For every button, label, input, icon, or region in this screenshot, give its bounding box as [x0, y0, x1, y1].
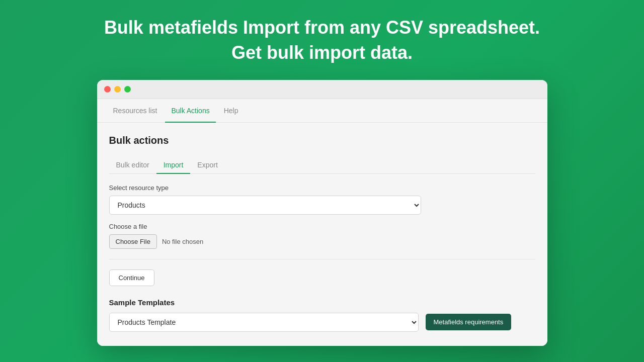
content-area: Bulk actions Bulk editor Import Export S… [97, 123, 547, 346]
hero-title: Bulk metafields Import from any CSV spre… [104, 15, 540, 66]
section-title: Bulk actions [109, 135, 535, 146]
metafields-requirements-button[interactable]: Metafields requirements [426, 314, 512, 330]
choose-file-button[interactable]: Choose File [109, 234, 157, 249]
templates-row: Products Template Collections Template C… [109, 313, 535, 332]
nav-tabs: Resources list Bulk Actions Help [97, 99, 547, 123]
sub-tabs: Bulk editor Import Export [109, 156, 535, 174]
window-titlebar [97, 80, 547, 99]
no-file-text: No file chosen [162, 238, 203, 245]
sample-templates-title: Sample Templates [109, 298, 535, 307]
resource-type-select[interactable]: Products Collections Customers Orders [109, 196, 421, 215]
resource-type-section: Select resource type Products Collection… [109, 184, 535, 215]
sub-tab-import[interactable]: Import [156, 157, 191, 174]
continue-button[interactable]: Continue [109, 269, 154, 286]
close-dot[interactable] [104, 86, 111, 93]
sub-tab-export[interactable]: Export [190, 157, 224, 174]
app-window: Resources list Bulk Actions Help Bulk ac… [97, 80, 547, 346]
nav-tab-resources-list[interactable]: Resources list [107, 100, 164, 123]
sample-templates-section: Sample Templates Products Template Colle… [109, 298, 535, 332]
resource-type-label: Select resource type [109, 184, 535, 192]
file-input-row: Choose File No file chosen [109, 234, 535, 249]
file-label: Choose a file [109, 223, 535, 230]
templates-select[interactable]: Products Template Collections Template C… [109, 313, 419, 332]
minimize-dot[interactable] [114, 86, 121, 93]
maximize-dot[interactable] [124, 86, 131, 93]
nav-tab-help[interactable]: Help [218, 100, 245, 123]
sub-tab-bulk-editor[interactable]: Bulk editor [109, 157, 156, 174]
divider [109, 259, 535, 259]
nav-tab-bulk-actions[interactable]: Bulk Actions [165, 100, 215, 123]
file-section: Choose a file Choose File No file chosen [109, 223, 535, 249]
window-body: Resources list Bulk Actions Help Bulk ac… [97, 99, 547, 346]
